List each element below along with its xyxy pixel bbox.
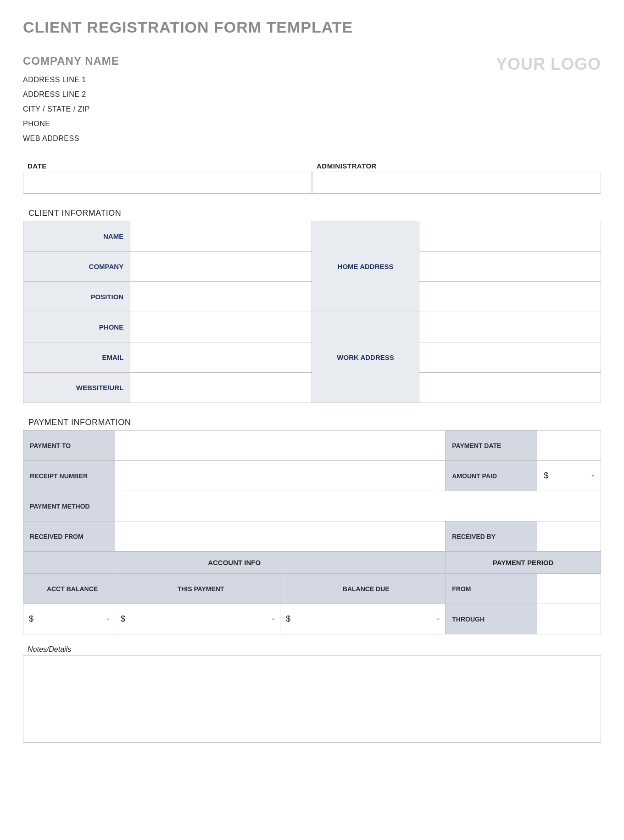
- address-line-1: ADDRESS LINE 1: [23, 76, 119, 84]
- payment-dash: -: [272, 614, 274, 624]
- home-address-input-2[interactable]: [419, 252, 601, 282]
- address-city-state-zip: CITY / STATE / ZIP: [23, 105, 119, 113]
- from-label: FROM: [446, 574, 537, 604]
- company-label: COMPANY: [23, 252, 130, 282]
- received-by-label: RECEIVED BY: [446, 521, 537, 552]
- amount-paid-label: AMOUNT PAID: [446, 461, 537, 491]
- through-input[interactable]: [537, 604, 601, 634]
- date-label: DATE: [23, 162, 312, 170]
- due-dash: -: [437, 614, 440, 624]
- account-info-header: ACCOUNT INFO: [23, 552, 446, 574]
- balance-dash: -: [106, 614, 109, 624]
- date-column: DATE: [23, 162, 312, 194]
- received-from-label: RECEIVED FROM: [23, 521, 115, 552]
- website-label: WEBSITE/URL: [23, 373, 130, 403]
- administrator-column: ADMINISTRATOR: [312, 162, 601, 194]
- email-input[interactable]: [130, 342, 312, 373]
- work-address-input-2[interactable]: [419, 342, 601, 373]
- client-info-header: CLIENT INFORMATION: [23, 208, 601, 218]
- position-input[interactable]: [130, 282, 312, 312]
- payment-to-input[interactable]: [115, 431, 446, 461]
- email-label: EMAIL: [23, 342, 130, 373]
- payment-date-label: PAYMENT DATE: [446, 431, 537, 461]
- balance-due-value[interactable]: $ -: [280, 604, 446, 634]
- name-label: NAME: [23, 221, 130, 252]
- date-admin-row: DATE ADMINISTRATOR: [23, 162, 601, 194]
- payment-info-table: PAYMENT TO PAYMENT DATE RECEIPT NUMBER A…: [23, 430, 601, 634]
- company-name: COMPANY NAME: [23, 55, 119, 67]
- notes-input[interactable]: [23, 655, 601, 743]
- home-address-input-1[interactable]: [419, 221, 601, 252]
- date-input[interactable]: [23, 172, 312, 194]
- from-input[interactable]: [537, 574, 601, 604]
- received-from-input[interactable]: [115, 521, 446, 552]
- notes-label: Notes/Details: [23, 645, 601, 654]
- acct-balance-label: ACCT BALANCE: [23, 574, 115, 604]
- receipt-number-label: RECEIPT NUMBER: [23, 461, 115, 491]
- administrator-input[interactable]: [312, 172, 601, 194]
- name-input[interactable]: [130, 221, 312, 252]
- work-address-label: WORK ADDRESS: [312, 312, 419, 403]
- home-address-label: HOME ADDRESS: [312, 221, 419, 312]
- address-line-2: ADDRESS LINE 2: [23, 90, 119, 99]
- payment-period-header: PAYMENT PERIOD: [446, 552, 601, 574]
- address-web: WEB ADDRESS: [23, 134, 119, 143]
- through-label: THROUGH: [446, 604, 537, 634]
- currency-symbol: $: [286, 614, 290, 624]
- payment-info-header: PAYMENT INFORMATION: [23, 418, 601, 427]
- company-input[interactable]: [130, 252, 312, 282]
- payment-method-label: PAYMENT METHOD: [23, 491, 115, 521]
- phone-input[interactable]: [130, 312, 312, 342]
- company-block: COMPANY NAME ADDRESS LINE 1 ADDRESS LINE…: [23, 55, 119, 149]
- currency-symbol: $: [29, 614, 33, 624]
- logo-placeholder: YOUR LOGO: [496, 55, 601, 74]
- payment-method-input[interactable]: [115, 491, 601, 521]
- receipt-number-input[interactable]: [115, 461, 446, 491]
- header-row: COMPANY NAME ADDRESS LINE 1 ADDRESS LINE…: [23, 55, 601, 149]
- client-info-table: NAME HOME ADDRESS COMPANY POSITION PHONE…: [23, 221, 601, 403]
- work-address-input-3[interactable]: [419, 373, 601, 403]
- payment-date-input[interactable]: [537, 431, 601, 461]
- administrator-label: ADMINISTRATOR: [312, 162, 601, 170]
- website-input[interactable]: [130, 373, 312, 403]
- phone-label: PHONE: [23, 312, 130, 342]
- currency-symbol: $: [121, 614, 125, 624]
- currency-symbol: $: [544, 471, 548, 481]
- received-by-input[interactable]: [537, 521, 601, 552]
- work-address-input-1[interactable]: [419, 312, 601, 342]
- page-title: CLIENT REGISTRATION FORM TEMPLATE: [23, 18, 601, 36]
- this-payment-label: THIS PAYMENT: [115, 574, 280, 604]
- acct-balance-value[interactable]: $ -: [23, 604, 115, 634]
- payment-to-label: PAYMENT TO: [23, 431, 115, 461]
- amount-paid-value[interactable]: $ -: [537, 461, 601, 491]
- position-label: POSITION: [23, 282, 130, 312]
- home-address-input-3[interactable]: [419, 282, 601, 312]
- address-phone: PHONE: [23, 120, 119, 128]
- this-payment-value[interactable]: $ -: [115, 604, 280, 634]
- amount-dash: -: [591, 471, 594, 481]
- balance-due-label: BALANCE DUE: [280, 574, 446, 604]
